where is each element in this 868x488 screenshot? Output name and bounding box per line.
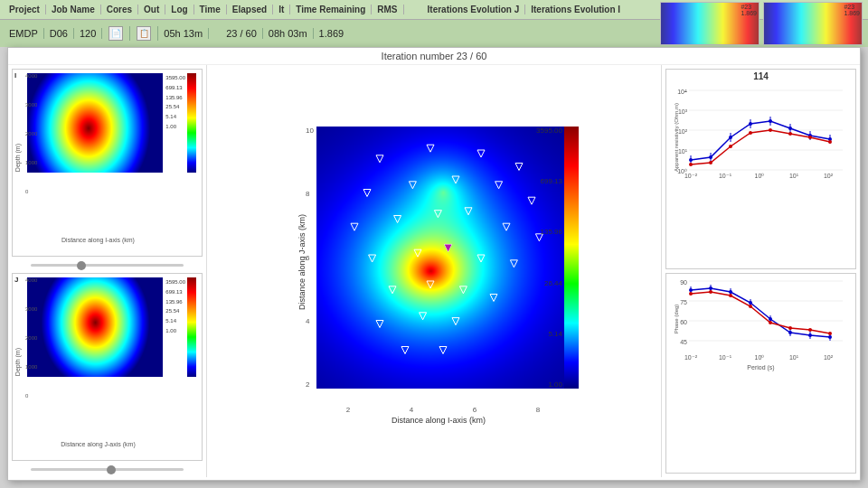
- col-log: Log: [165, 5, 193, 14]
- col-it: It: [273, 5, 290, 14]
- col-iter-i: Iterations Evolution I: [525, 5, 626, 14]
- log-icon[interactable]: 📋: [130, 26, 158, 41]
- col-time: Time: [194, 5, 227, 14]
- cb-val-2: 699.13: [536, 177, 562, 185]
- slider-i[interactable]: [12, 260, 203, 269]
- left-panels: I 3595.00699.13135.9625.545.141.00 Dista…: [8, 65, 207, 477]
- out-icon[interactable]: 📄: [102, 26, 130, 41]
- cb-val-1: 3595.00: [536, 127, 562, 135]
- main-panel: Iteration number 23 / 60 I 3595.00699.13…: [7, 47, 861, 481]
- col-out: Out: [138, 5, 165, 14]
- chart-title: 114: [666, 70, 855, 83]
- cb-val-5: 5.14: [536, 330, 562, 338]
- slider-j[interactable]: [12, 465, 203, 474]
- col-project: Project: [4, 5, 46, 14]
- chart-lower: Period (s): [665, 273, 856, 474]
- iteration-label: Iteration number 23 / 60: [8, 48, 860, 65]
- time-value: 05h 13m: [158, 28, 209, 39]
- project-value: EMDP: [4, 28, 44, 39]
- col-remaining: Time Remaining: [290, 5, 372, 14]
- small-map-i: I 3595.00699.13135.9625.545.141.00 Dista…: [12, 69, 203, 257]
- x-period-label: Period (s): [666, 364, 855, 371]
- rms-value: 1.869: [314, 28, 350, 39]
- iterations-value: 23 / 60: [221, 28, 263, 39]
- iter-evolution-j-plot: #231.869: [660, 2, 760, 45]
- col-iter-j: Iterations Evolution J: [422, 5, 526, 14]
- col-jobname: Job Name: [46, 5, 101, 14]
- col-cores: Cores: [101, 5, 138, 14]
- iter-evolution-i-plot: #231.869: [763, 2, 863, 45]
- cb-val-3: 135.96: [536, 228, 562, 236]
- job-value: D06: [44, 28, 74, 39]
- right-panel: 114 Period (s): [661, 65, 860, 477]
- center-map-panel: 3595.00 699.13 135.96 26.44 5.14 1.00 Di…: [207, 65, 661, 477]
- cb-val-4: 26.44: [536, 279, 562, 287]
- col-rms: RMS: [372, 5, 403, 14]
- x-axis-label: Distance along I-axis (km): [316, 416, 561, 425]
- chart-upper: 114: [665, 69, 856, 269]
- small-map-j: J 3595.00699.13135.9625.545.141.00 Dista…: [12, 273, 203, 461]
- remaining-value: 08h 03m: [263, 28, 314, 39]
- col-elapsed: Elapsed: [227, 5, 273, 14]
- cores-value: 120: [74, 28, 102, 39]
- cb-val-6: 1.00: [536, 380, 562, 389]
